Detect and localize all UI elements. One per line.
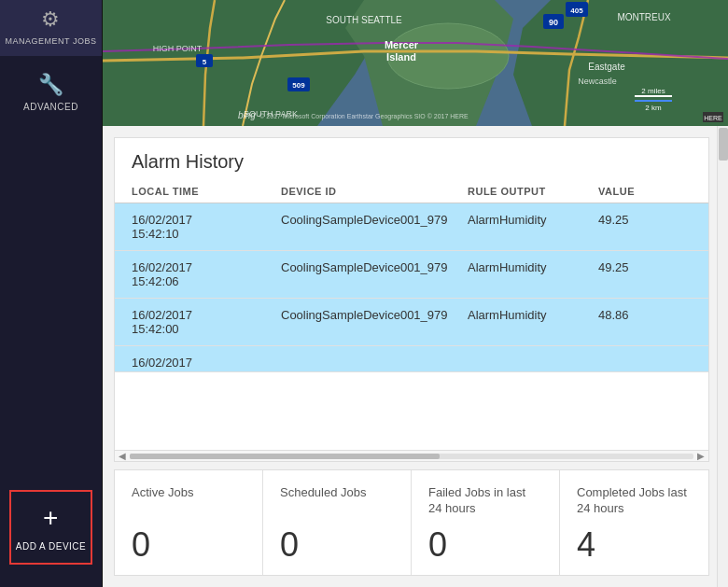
h-scroll-track[interactable] bbox=[130, 454, 693, 459]
cell-device-id: CoolingSampleDevice001_979 bbox=[281, 251, 468, 298]
cell-device-id bbox=[281, 346, 468, 372]
column-device-id: DEVICE ID bbox=[281, 180, 468, 203]
sidebar-item-label: ADVANCED bbox=[23, 102, 78, 112]
table-row: 16/02/201715:42:00 CoolingSampleDevice00… bbox=[115, 299, 708, 346]
cell-local-time: 16/02/201715:42:06 bbox=[132, 251, 281, 298]
jobs-row: Active Jobs 0 Scheduled Jobs 0 Failed Jo… bbox=[114, 469, 709, 576]
cell-value: 49.25 bbox=[598, 203, 692, 250]
svg-text:MONTREUX: MONTREUX bbox=[617, 12, 671, 22]
failed-jobs-value: 0 bbox=[428, 528, 447, 562]
map-area: 90 405 509 5 Mercer Island SOUTH SEATTLE… bbox=[103, 0, 728, 126]
alarm-section: Alarm History LOCAL TIME DEVICE ID RULE … bbox=[114, 137, 709, 462]
svg-text:Island: Island bbox=[386, 51, 416, 63]
alarm-table: LOCAL TIME DEVICE ID RULE OUTPUT VALUE 1… bbox=[115, 180, 708, 450]
vertical-scrollbar[interactable] bbox=[717, 126, 728, 587]
cell-value: 49.25 bbox=[598, 251, 692, 298]
scheduled-jobs-value: 0 bbox=[280, 528, 299, 562]
sidebar-top: ⚙ MANAGEMENT JOBS 🔧 ADVANCED bbox=[0, 0, 102, 125]
main-content: 90 405 509 5 Mercer Island SOUTH SEATTLE… bbox=[103, 0, 728, 587]
table-row: 16/02/201715:42:10 CoolingSampleDevice00… bbox=[115, 203, 708, 251]
cell-local-time: 16/02/201715:42:00 bbox=[132, 299, 281, 345]
svg-text:© 2017 Microsoft Corporation  : © 2017 Microsoft Corporation Earthstar G… bbox=[259, 113, 469, 120]
completed-jobs-value: 4 bbox=[577, 528, 595, 562]
sidebar: ⚙ MANAGEMENT JOBS 🔧 ADVANCED + ADD A DEV… bbox=[0, 0, 103, 587]
cell-device-id: CoolingSampleDevice001_979 bbox=[281, 299, 468, 345]
wrench-icon: 🔧 bbox=[38, 73, 64, 97]
cell-rule-output: AlarmHumidity bbox=[468, 299, 598, 345]
svg-text:5: 5 bbox=[203, 58, 207, 66]
cell-rule-output: AlarmHumidity bbox=[468, 203, 598, 250]
alarm-history-wrapper: Alarm History LOCAL TIME DEVICE ID RULE … bbox=[103, 126, 728, 587]
scheduled-jobs-label: Scheduled Jobs bbox=[280, 485, 367, 519]
sidebar-item-label: MANAGEMENT JOBS bbox=[6, 36, 97, 47]
add-device-button[interactable]: + ADD A DEVICE bbox=[9, 490, 92, 565]
svg-text:509: 509 bbox=[292, 81, 305, 90]
completed-jobs-label: Completed Jobs last 24 hours bbox=[577, 485, 692, 519]
svg-text:90: 90 bbox=[549, 18, 558, 27]
svg-text:HIGH POINT: HIGH POINT bbox=[153, 44, 203, 53]
table-row: 16/02/2017 bbox=[115, 346, 708, 372]
add-device-label: ADD A DEVICE bbox=[16, 541, 86, 552]
management-jobs-icon: ⚙ bbox=[41, 7, 61, 32]
svg-text:HERE: HERE bbox=[704, 115, 722, 121]
plus-icon: + bbox=[43, 503, 59, 533]
sidebar-item-advanced[interactable]: 🔧 ADVANCED bbox=[0, 56, 102, 125]
cell-rule-output bbox=[468, 346, 598, 372]
alarm-history-title: Alarm History bbox=[115, 138, 708, 180]
failed-jobs-label: Failed Jobs in last 24 hours bbox=[428, 485, 542, 519]
table-header: LOCAL TIME DEVICE ID RULE OUTPUT VALUE bbox=[115, 180, 708, 203]
active-jobs-card: Active Jobs 0 bbox=[115, 470, 263, 575]
sidebar-item-management-jobs[interactable]: ⚙ MANAGEMENT JOBS bbox=[0, 0, 102, 56]
svg-text:2 miles: 2 miles bbox=[641, 87, 665, 95]
cell-rule-output: AlarmHumidity bbox=[468, 251, 598, 298]
svg-text:405: 405 bbox=[570, 7, 583, 15]
svg-text:bing: bing bbox=[238, 110, 256, 120]
scheduled-jobs-card: Scheduled Jobs 0 bbox=[263, 470, 412, 575]
sidebar-bottom: + ADD A DEVICE bbox=[0, 490, 102, 587]
completed-jobs-card: Completed Jobs last 24 hours 4 bbox=[560, 470, 708, 575]
active-jobs-value: 0 bbox=[132, 528, 150, 562]
svg-text:Eastgate: Eastgate bbox=[588, 62, 625, 72]
failed-jobs-card: Failed Jobs in last 24 hours 0 bbox=[412, 470, 560, 575]
svg-text:2 km: 2 km bbox=[645, 104, 662, 112]
column-local-time: LOCAL TIME bbox=[132, 180, 281, 203]
cell-local-time: 16/02/201715:42:10 bbox=[132, 203, 281, 250]
horizontal-scrollbar[interactable]: ◀ ▶ bbox=[115, 450, 708, 461]
cell-local-time: 16/02/2017 bbox=[132, 346, 281, 372]
table-row: 16/02/201715:42:06 CoolingSampleDevice00… bbox=[115, 251, 708, 299]
h-scroll-thumb[interactable] bbox=[130, 454, 440, 459]
svg-text:Mercer: Mercer bbox=[385, 39, 419, 50]
map-svg: 90 405 509 5 Mercer Island SOUTH SEATTLE… bbox=[103, 0, 728, 126]
svg-text:Newcastle: Newcastle bbox=[578, 77, 617, 86]
scroll-left-arrow[interactable]: ◀ bbox=[119, 451, 126, 461]
active-jobs-label: Active Jobs bbox=[132, 485, 193, 519]
table-body[interactable]: 16/02/201715:42:10 CoolingSampleDevice00… bbox=[115, 203, 708, 372]
cell-value: 48.86 bbox=[598, 299, 692, 345]
scrollbar-thumb[interactable] bbox=[719, 128, 728, 161]
scroll-right-arrow[interactable]: ▶ bbox=[697, 451, 705, 461]
column-rule-output: RULE OUTPUT bbox=[468, 180, 598, 203]
cell-device-id: CoolingSampleDevice001_979 bbox=[281, 203, 468, 250]
column-value: VALUE bbox=[598, 180, 692, 203]
svg-text:SOUTH SEATTLE: SOUTH SEATTLE bbox=[326, 15, 402, 25]
cell-value bbox=[598, 346, 692, 372]
